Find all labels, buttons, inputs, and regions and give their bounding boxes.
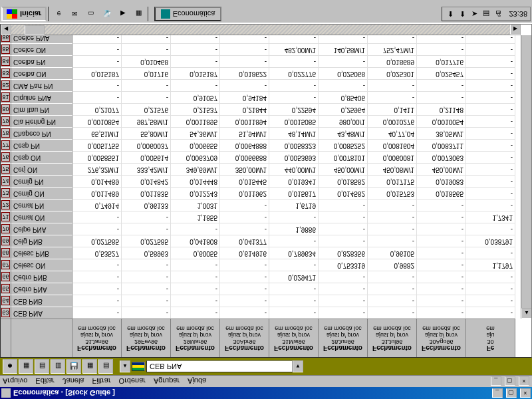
data-cell[interactable]: 0,53527 (72, 247, 122, 259)
row-number[interactable]: 66 (1, 271, 11, 283)
save-icon[interactable]: 💾 (66, 359, 81, 374)
row-stock-name[interactable]: Cerj ON (11, 163, 72, 175)
data-cell[interactable]: 0,0073063 (417, 151, 466, 163)
data-cell[interactable]: 0,25964 (319, 103, 368, 115)
data-cell[interactable]: - (269, 307, 319, 319)
row-number[interactable]: 65 (1, 283, 11, 295)
column-header[interactable]: Fechamento31Jul96ajust p/ provem moeda l… (368, 319, 417, 357)
column-header[interactable]: Fechamento31Jan96ajust p/ provem moeda l… (72, 319, 122, 357)
data-cell[interactable]: 0,0058551 (72, 151, 122, 163)
data-cell[interactable]: - (171, 223, 220, 235)
data-cell[interactable]: 450,08M/1 (368, 163, 417, 175)
data-cell[interactable]: - (171, 307, 220, 319)
data-cell[interactable]: - (417, 91, 466, 103)
data-cell[interactable]: 0,027585 (122, 235, 171, 247)
data-cell[interactable]: 0,014448 (171, 175, 220, 187)
row-number[interactable]: 67 (1, 259, 11, 271)
data-cell[interactable]: 1,0031 (171, 199, 220, 211)
tool-btn-1[interactable]: ☻ (3, 359, 17, 374)
data-cell[interactable]: - (466, 295, 515, 307)
data-cell[interactable]: 0,017175 (368, 175, 417, 187)
data-cell[interactable]: - (466, 79, 515, 91)
row-stock-name[interactable]: Cemat ON (11, 211, 72, 223)
data-cell[interactable]: 0,018689 (368, 55, 417, 67)
data-cell[interactable]: - (269, 295, 319, 307)
column-header[interactable]: Fechamento29Mar96ajust p/ provem moeda l… (171, 319, 220, 357)
row-stock-name[interactable]: Coelba PN (11, 55, 72, 67)
data-cell[interactable]: 0,014842 (122, 175, 171, 187)
data-cell[interactable]: - (269, 55, 319, 67)
scroll-thumb[interactable] (25, 25, 45, 35)
data-cell[interactable]: - (269, 235, 319, 247)
tool-btn-2[interactable]: ▦ (19, 359, 33, 374)
data-cell[interactable]: 0,019083 (417, 175, 466, 187)
data-cell[interactable]: 0,025457 (417, 67, 466, 79)
data-cell[interactable]: - (220, 295, 269, 307)
data-cell[interactable]: 0,21148 (417, 103, 466, 115)
tool-btn-7[interactable]: ▤ (98, 359, 113, 374)
row-number[interactable]: 82 (1, 79, 11, 91)
row-stock-name[interactable]: CMA Part PN (11, 79, 72, 91)
data-cell[interactable]: 0,018582 (319, 175, 368, 187)
data-cell[interactable]: - (171, 55, 220, 67)
data-cell[interactable]: - (72, 79, 122, 91)
data-cell[interactable]: - (368, 199, 417, 211)
data-cell[interactable]: 450,00M/1 (319, 163, 368, 175)
data-cell[interactable]: 482,00M/1 (269, 43, 319, 55)
data-cell[interactable]: 350,00M/1 (220, 163, 269, 175)
menu-ajuda[interactable]: Ajuda (188, 378, 206, 386)
data-cell[interactable]: - (171, 259, 220, 271)
tray-icon-2[interactable]: ⬆ (457, 9, 467, 19)
data-cell[interactable]: 0,029471 (269, 271, 319, 283)
data-cell[interactable]: - (466, 139, 515, 151)
data-cell[interactable]: 1,9886 (269, 223, 319, 235)
data-cell[interactable]: 55,80M/1 (122, 127, 171, 139)
data-cell[interactable]: 0,0083711 (417, 139, 466, 151)
data-cell[interactable]: - (171, 283, 220, 295)
horizontal-scrollbar[interactable]: ◀ ▶ (1, 25, 521, 35)
data-cell[interactable]: 0,011835 (122, 187, 171, 199)
data-cell[interactable]: - (220, 55, 269, 67)
tray-printer-icon[interactable]: 🖨 (493, 9, 503, 19)
data-cell[interactable]: 0,1411 (368, 103, 417, 115)
data-cell[interactable]: - (72, 223, 122, 235)
data-cell[interactable]: 0,015187 (171, 67, 220, 79)
data-cell[interactable]: - (466, 175, 515, 187)
data-cell[interactable]: 0,21576 (122, 103, 171, 115)
quick-app1-icon[interactable]: ▶ (116, 7, 130, 21)
data-cell[interactable]: 0,006655 (171, 139, 220, 151)
data-cell[interactable]: 0,0010054 (417, 115, 466, 127)
tray-icon-3[interactable]: ➤ (469, 9, 479, 19)
data-cell[interactable]: - (417, 223, 466, 235)
data-cell[interactable]: 0,012243 (171, 187, 220, 199)
data-cell[interactable]: - (122, 91, 171, 103)
data-cell[interactable]: - (122, 283, 171, 295)
data-cell[interactable]: - (269, 211, 319, 223)
row-stock-name[interactable]: CEB PNB (11, 295, 72, 307)
data-cell[interactable]: - (466, 55, 515, 67)
menu-editar[interactable]: Editar (35, 378, 55, 386)
data-cell[interactable]: - (417, 307, 466, 319)
row-number[interactable]: 77 (1, 139, 11, 151)
data-cell[interactable]: 1,1797 (466, 259, 515, 271)
data-cell[interactable]: - (171, 295, 220, 307)
close-button[interactable]: × (520, 388, 531, 398)
data-cell[interactable]: - (171, 79, 220, 91)
data-cell[interactable]: 0,019341 (269, 175, 319, 187)
data-cell[interactable]: - (72, 283, 122, 295)
data-cell[interactable]: - (466, 151, 515, 163)
row-stock-name[interactable]: Celesc ON (11, 259, 72, 271)
data-cell[interactable]: 0,74914 (72, 199, 122, 211)
data-cell[interactable]: 0,0010276 (368, 115, 417, 127)
data-cell[interactable]: - (368, 283, 417, 295)
data-cell[interactable]: 0,011962 (220, 187, 269, 199)
data-cell[interactable]: 980,00/1 (319, 115, 368, 127)
data-cell[interactable]: - (269, 283, 319, 295)
data-cell[interactable]: - (122, 295, 171, 307)
row-number[interactable]: 83 (1, 67, 11, 79)
row-stock-name[interactable]: Ciquine PNA (11, 91, 72, 103)
data-cell[interactable]: - (220, 307, 269, 319)
data-cell[interactable]: 0,015187 (72, 67, 122, 79)
data-cell[interactable]: 0,041377 (220, 235, 269, 247)
data-cell[interactable]: - (269, 79, 319, 91)
